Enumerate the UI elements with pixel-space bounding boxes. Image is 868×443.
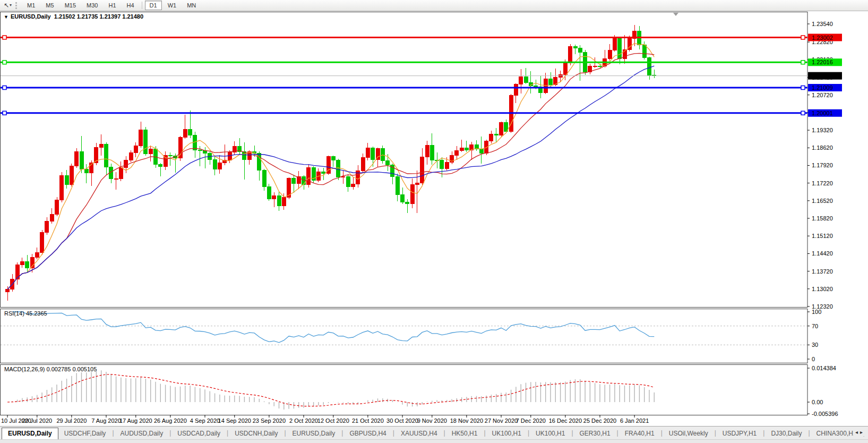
tab-scroll-arrows[interactable]: ◂▸ — [854, 428, 866, 436]
svg-text:30 Oct 2020: 30 Oct 2020 — [386, 418, 418, 424]
svg-text:1.17220: 1.17220 — [812, 180, 833, 186]
svg-text:1.14420: 1.14420 — [812, 250, 833, 257]
svg-text:29 Jul 2020: 29 Jul 2020 — [56, 418, 87, 424]
chart-tab-usdjpy-h1[interactable]: USDJPY,H1 — [717, 428, 762, 439]
chart-tab-ger30-h1[interactable]: GER30,H1 — [574, 428, 616, 439]
tab-scroll-right-icon[interactable]: ▸ — [860, 429, 865, 435]
svg-text:1.21480: 1.21480 — [812, 73, 833, 79]
svg-text:1.20001: 1.20001 — [812, 110, 833, 116]
svg-text:6 Jan 2021: 6 Jan 2021 — [620, 418, 649, 424]
trading-terminal: ↖▾ M1M5M15M30H1H4D1W1MN 1.235401.228201.… — [0, 0, 868, 443]
svg-text:2 Oct 2020: 2 Oct 2020 — [289, 418, 318, 424]
chart-tab-hk50-h1[interactable]: HK50,H1 — [446, 428, 484, 439]
svg-text:70: 70 — [812, 323, 818, 329]
svg-text:1.13020: 1.13020 — [812, 286, 833, 292]
svg-text:16 Dec 2020: 16 Dec 2020 — [549, 418, 582, 424]
chart-tab-uk100-h1[interactable]: UK100,H1 — [486, 428, 527, 439]
svg-text:1.22016: 1.22016 — [812, 59, 833, 65]
svg-text:1.13720: 1.13720 — [812, 268, 833, 275]
chart-tab-xauusd-h4[interactable]: XAUUSD,H4 — [395, 428, 443, 439]
svg-text:9 Nov 2020: 9 Nov 2020 — [417, 418, 447, 424]
svg-text:1.23002: 1.23002 — [812, 35, 833, 41]
chart-tab-usoil-weekly[interactable]: USOil,Weekly — [663, 428, 714, 439]
chart-symbol: EURUSD,Daily — [11, 13, 51, 20]
svg-text:20 Jul 2020: 20 Jul 2020 — [22, 418, 52, 424]
chart-tab-eurusd-daily[interactable]: EURUSD,Daily — [287, 428, 341, 439]
symbol-collapse-icon[interactable]: ▼ — [4, 14, 8, 20]
svg-text:7 Aug 2020: 7 Aug 2020 — [91, 418, 121, 424]
svg-text:23 Sep 2020: 23 Sep 2020 — [253, 418, 286, 424]
rsi-pane[interactable] — [1, 309, 808, 363]
svg-text:-0.005396: -0.005396 — [812, 411, 838, 417]
svg-text:26 Aug 2020: 26 Aug 2020 — [154, 418, 187, 424]
svg-text:100: 100 — [812, 309, 821, 315]
svg-text:1.20720: 1.20720 — [812, 92, 833, 98]
chart-ohlc-values: 1.21502 1.21735 1.21397 1.21480 — [54, 13, 143, 20]
svg-text:14 Sep 2020: 14 Sep 2020 — [218, 418, 251, 424]
svg-text:25 Dec 2020: 25 Dec 2020 — [583, 418, 616, 424]
chart-window-title: ▼EURUSD,Daily 1.21502 1.21735 1.21397 1.… — [4, 13, 143, 20]
svg-text:30: 30 — [812, 342, 818, 348]
svg-text:0.00: 0.00 — [812, 399, 823, 405]
chart-tab-audusd-daily[interactable]: AUDUSD,Daily — [115, 428, 169, 439]
svg-text:4 Sep 2020: 4 Sep 2020 — [190, 418, 220, 424]
svg-text:21 Oct 2020: 21 Oct 2020 — [352, 418, 384, 424]
svg-text:1.19320: 1.19320 — [812, 127, 833, 133]
chart-canvas[interactable]: 1.235401.228201.221201.214201.207201.200… — [0, 0, 868, 443]
svg-text:1.15820: 1.15820 — [812, 215, 833, 222]
svg-text:17 Aug 2020: 17 Aug 2020 — [119, 418, 152, 424]
svg-text:1.15120: 1.15120 — [812, 233, 833, 239]
main-price-pane[interactable] — [1, 12, 808, 308]
svg-text:1.23540: 1.23540 — [812, 21, 833, 27]
chart-tab-gbpusd-h4[interactable]: GBPUSD,H4 — [343, 428, 392, 439]
chart-tab-usdchf-daily[interactable]: USDCHF,Daily — [58, 428, 112, 439]
svg-text:1.16520: 1.16520 — [812, 198, 833, 204]
tab-scroll-left-icon[interactable]: ◂ — [855, 429, 860, 435]
svg-text:0: 0 — [812, 356, 815, 362]
chart-tabs-bar: EURUSD,DailyUSDCHF,Daily|AUDUSD,Daily|US… — [0, 426, 868, 439]
svg-text:7 Dec 2020: 7 Dec 2020 — [516, 418, 546, 424]
chart-tab-usdcad-daily[interactable]: USDCAD,Daily — [171, 428, 226, 439]
svg-text:1.17920: 1.17920 — [812, 162, 833, 168]
chart-tab-dj30-daily[interactable]: DJ30,Daily — [765, 428, 807, 439]
chart-tab-fra40-h1[interactable]: FRA40,H1 — [619, 428, 660, 439]
svg-text:1.18620: 1.18620 — [812, 144, 833, 151]
svg-text:0.014384: 0.014384 — [812, 365, 836, 371]
chart-tab-eurusd-daily[interactable]: EURUSD,Daily — [2, 428, 58, 439]
svg-text:12 Oct 2020: 12 Oct 2020 — [317, 418, 349, 424]
svg-text:18 Nov 2020: 18 Nov 2020 — [450, 418, 483, 424]
svg-text:1.21009: 1.21009 — [812, 84, 833, 91]
svg-text:27 Nov 2020: 27 Nov 2020 — [485, 418, 518, 424]
status-bar — [0, 439, 868, 443]
macd-indicator-label: MACD(12,26,9) 0.002785 0.005105 — [4, 366, 97, 372]
chart-tab-usdcnh-daily[interactable]: USDCNH,Daily — [229, 428, 283, 439]
chart-tab-uk100-h1[interactable]: UK100,H1 — [530, 428, 571, 439]
rsi-indicator-label: RSI(14) 45.2365 — [4, 310, 47, 317]
date-axis: 10 Jul 202020 Jul 202029 Jul 20207 Aug 2… — [1, 415, 649, 424]
